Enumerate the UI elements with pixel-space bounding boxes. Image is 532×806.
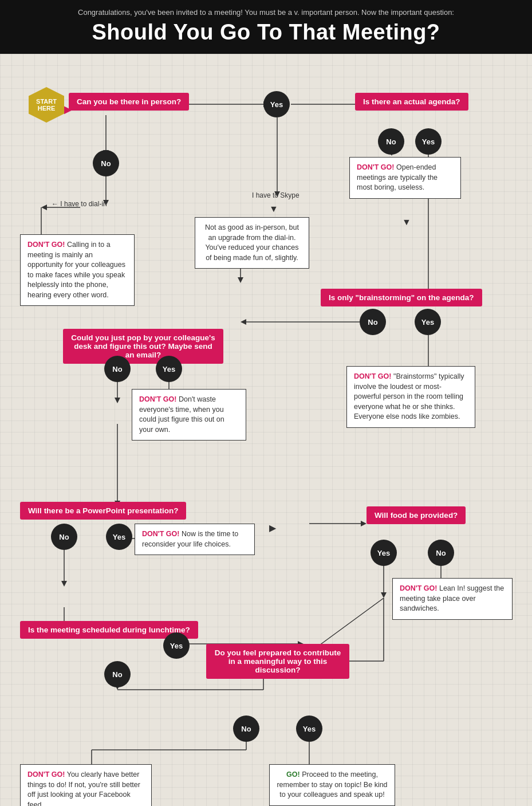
pop-yes-box: DON'T GO! Don't waste everyone's time, w… — [132, 389, 246, 441]
q8-box: Do you feel prepared to contribute in a … — [206, 644, 349, 679]
contrib-yes-box: GO! Proceed to the meeting, remember to … — [269, 764, 395, 806]
agenda-dont-label: DON'T GO! — [357, 163, 394, 171]
q5-to-q6-arrow: ▶ — [269, 522, 276, 533]
q2-node: Is there an actual agenda? — [355, 93, 468, 111]
brainstorm-dont-label: DON'T GO! — [354, 372, 391, 380]
svg-marker-25 — [115, 398, 120, 403]
yes-circle-q1: Yes — [263, 91, 290, 117]
header-subtitle: Congratulations, you've been invited to … — [17, 8, 515, 17]
no-circle-q5: No — [51, 524, 77, 550]
q1-box: Can you be there in person? — [69, 93, 189, 111]
yes-circle-q8: Yes — [296, 715, 322, 742]
svg-marker-37 — [361, 521, 367, 526]
q5-box: Will there be a PowerPoint presentation? — [20, 502, 186, 520]
ppt-dont-label: DON'T GO! — [142, 530, 179, 538]
svg-marker-15 — [238, 277, 243, 283]
start-badge: START HERE — [29, 87, 64, 123]
svg-marker-21 — [241, 319, 246, 325]
no-circle-q3: No — [360, 309, 386, 335]
q6-box: Will food be provided? — [367, 506, 466, 524]
brainstorm-dont-box: DON'T GO! "Brainstorms" typically involv… — [346, 366, 475, 428]
yes-circle-q4: Yes — [156, 356, 182, 382]
no-circle-q1: No — [93, 150, 119, 176]
svg-marker-39 — [381, 592, 387, 598]
no-circle-q7: No — [104, 661, 131, 687]
no-circle-q6: No — [428, 540, 454, 566]
yes-circle-q5: Yes — [106, 524, 132, 550]
yes-circle-q7: Yes — [163, 632, 190, 659]
q6-node: Will food be provided? — [367, 506, 466, 524]
contrib-dont-label: DON'T GO! — [27, 770, 65, 779]
q2-box: Is there an actual agenda? — [355, 93, 468, 111]
no-circle-q4: No — [104, 356, 131, 382]
svg-marker-9 — [41, 205, 47, 210]
agenda-no-box: DON'T GO! Open-ended meetings are typica… — [349, 157, 461, 199]
dont-go-1: DON'T GO! Calling in to a meeting is mai… — [20, 234, 135, 306]
no-circle-q2: No — [378, 128, 404, 155]
yes-circle-q6: Yes — [371, 540, 397, 566]
q3-node: Is only "brainstorming" on the agenda? — [321, 289, 482, 306]
dont-text-1: Calling in to a meeting is mainly an opp… — [27, 241, 125, 299]
skype-text: I have to Skype — [252, 191, 300, 199]
skype-note: Not as good as in-person, but an upgrade… — [195, 217, 309, 269]
header-title: Should You Go To That Meeting? — [17, 20, 515, 45]
header: Congratulations, you've been invited to … — [0, 0, 532, 54]
yes-circle-q2: Yes — [415, 128, 442, 155]
pop-dont-label: DON'T GO! — [139, 395, 176, 403]
skype-arrow: ▼ — [269, 204, 278, 214]
yes-circle-q3: Yes — [415, 309, 441, 335]
main-content: START HERE ▶ Can you be there in person?… — [0, 54, 532, 806]
agenda-to-q3-arrow: ▼ — [402, 217, 411, 227]
contrib-no-box: DON'T GO! You clearly have better things… — [20, 764, 152, 806]
q8-node: Do you feel prepared to contribute in a … — [206, 644, 349, 679]
dialin-text: ← I have to dial-in — [52, 200, 107, 208]
food-dont-label: DON'T GO! — [400, 584, 437, 592]
svg-marker-31 — [61, 581, 67, 587]
q3-box: Is only "brainstorming" on the agenda? — [321, 289, 482, 306]
skype-note-box: Not as good as in-person, but an upgrade… — [195, 217, 309, 269]
q1-node: Can you be there in person? — [69, 93, 189, 111]
page-wrapper: Congratulations, you've been invited to … — [0, 0, 532, 806]
ppt-dont-box: DON'T GO! Now is the time to reconsider … — [135, 524, 255, 555]
contrib-go-label: GO! — [286, 770, 300, 779]
q5-node: Will there be a PowerPoint presentation? — [20, 502, 186, 520]
dont-label-1: DON'T GO! — [27, 241, 65, 249]
food-no-box: DON'T GO! Lean In! suggest the meeting t… — [392, 578, 513, 620]
q4-box: Could you just pop by your colleague's d… — [63, 329, 223, 364]
flowchart: START HERE ▶ Can you be there in person?… — [17, 65, 515, 806]
q4-node: Could you just pop by your colleague's d… — [63, 329, 223, 364]
no-circle-q8: No — [233, 715, 259, 742]
